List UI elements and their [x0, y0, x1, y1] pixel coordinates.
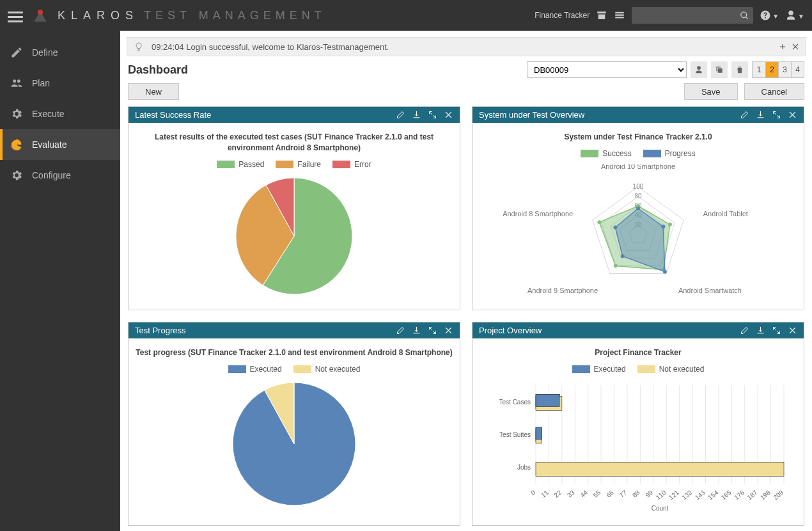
group-icon — [10, 77, 23, 90]
dashboard-select[interactable]: DB00009 — [527, 61, 687, 78]
notice-text: 09:24:04 Login successful, welcome to Kl… — [152, 42, 389, 52]
search-input[interactable] — [637, 10, 740, 20]
save-button[interactable]: Save — [684, 83, 738, 100]
close-icon[interactable] — [791, 42, 800, 51]
sidebar-item-label: Plan — [32, 78, 50, 88]
svg-text:Jobs: Jobs — [517, 464, 531, 471]
user-icon — [694, 65, 703, 74]
search-box[interactable] — [632, 7, 753, 24]
expand-icon[interactable] — [428, 110, 437, 120]
chart-legend: Success Progress — [479, 149, 797, 158]
close-icon[interactable] — [788, 110, 797, 120]
svg-text:55: 55 — [592, 488, 602, 498]
sidebar-item-label: Evaluate — [32, 139, 66, 150]
svg-text:165: 165 — [720, 488, 733, 500]
archive-icon[interactable] — [596, 10, 607, 21]
chart-legend: Executed Not executed — [135, 365, 453, 374]
chart-title: Test progress (SUT Finance Tracker 2.1.0… — [135, 347, 453, 358]
sidebar-item-plan[interactable]: Plan — [0, 68, 120, 99]
edit-icon[interactable] — [396, 110, 405, 120]
svg-rect-78 — [536, 462, 784, 476]
pie-chart — [217, 380, 371, 508]
expand-icon[interactable] — [772, 326, 781, 335]
svg-text:198: 198 — [759, 488, 772, 500]
download-icon[interactable] — [412, 110, 421, 120]
sidebar-item-evaluate[interactable]: Evaluate — [0, 129, 120, 160]
close-icon[interactable] — [444, 110, 453, 120]
page-4[interactable]: 4 — [791, 62, 804, 77]
chart-legend: Executed Not executed — [479, 365, 797, 374]
new-button[interactable]: New — [128, 83, 179, 100]
svg-text:187: 187 — [746, 488, 759, 500]
svg-text:176: 176 — [733, 488, 746, 500]
page-3[interactable]: 3 — [778, 62, 791, 77]
sidebar-item-define[interactable]: Define — [0, 37, 120, 68]
svg-point-24 — [661, 225, 665, 228]
gear-icon — [10, 107, 23, 120]
panel-title: Test Progress — [135, 326, 185, 335]
svg-text:132: 132 — [680, 488, 693, 500]
edit-icon — [10, 46, 23, 59]
main-content: 09:24:04 Login successful, welcome to Kl… — [120, 31, 812, 531]
svg-text:209: 209 — [772, 488, 785, 500]
context-name: Finance Tracker — [535, 11, 589, 20]
delete-button[interactable] — [731, 61, 748, 78]
chart-title: Latest results of the executed test case… — [135, 132, 453, 154]
edit-icon[interactable] — [740, 326, 749, 335]
sidebar-item-label: Define — [32, 47, 58, 58]
svg-text:Android 9 Smartphone: Android 9 Smartphone — [527, 286, 598, 294]
svg-text:44: 44 — [579, 488, 589, 498]
expand-icon[interactable] — [428, 326, 437, 335]
page-2[interactable]: 2 — [765, 62, 778, 77]
list-icon[interactable] — [614, 10, 625, 21]
layout-pager: 1 2 3 4 — [752, 61, 804, 78]
svg-text:110: 110 — [655, 488, 668, 500]
download-icon[interactable] — [756, 326, 765, 335]
download-icon[interactable] — [756, 110, 765, 120]
piechart-icon — [10, 138, 23, 151]
svg-text:99: 99 — [644, 488, 654, 498]
expand-icon[interactable] — [772, 110, 781, 120]
user-menu[interactable]: ▼ — [785, 10, 804, 21]
page-title: Dashboard — [128, 63, 188, 77]
svg-text:11: 11 — [540, 488, 550, 498]
page-1[interactable]: 1 — [753, 62, 765, 77]
sidebar-item-configure[interactable]: Configure — [0, 160, 120, 191]
close-icon[interactable] — [788, 326, 797, 335]
panel-test-progress: Test Progress Test progress (SUT Finance… — [128, 322, 460, 526]
svg-text:Test Cases: Test Cases — [499, 398, 531, 405]
help-menu[interactable]: ▼ — [760, 10, 779, 21]
edit-icon[interactable] — [396, 326, 405, 335]
chart-title: System under Test Finance Tracker 2.1.0 — [479, 132, 797, 143]
svg-text:154: 154 — [707, 488, 719, 500]
chart-legend: Passed Failure Error — [135, 160, 453, 169]
panel-success-rate: Latest Success Rate Latest results of th… — [128, 106, 460, 310]
sidebar-item-label: Configure — [32, 170, 71, 180]
app-subtitle: TEST MANAGEMENT — [144, 9, 326, 22]
svg-text:Test Suites: Test Suites — [499, 431, 531, 438]
svg-text:88: 88 — [631, 488, 641, 498]
svg-text:33: 33 — [566, 488, 576, 498]
svg-text:0: 0 — [529, 488, 537, 496]
search-icon[interactable] — [740, 11, 749, 20]
svg-text:66: 66 — [605, 488, 615, 498]
owner-button[interactable] — [691, 61, 707, 78]
plus-icon[interactable] — [778, 42, 787, 51]
cog-icon — [10, 169, 23, 182]
cancel-button[interactable]: Cancel — [744, 83, 804, 100]
close-icon[interactable] — [444, 326, 453, 335]
svg-point-20 — [614, 264, 618, 267]
sidebar-item-execute[interactable]: Execute — [0, 99, 120, 129]
chart-title: Project Finance Tracker — [479, 347, 797, 358]
download-icon[interactable] — [412, 326, 421, 335]
svg-text:Android 10 Smartphone: Android 10 Smartphone — [601, 164, 675, 170]
svg-text:143: 143 — [694, 488, 707, 500]
copy-button[interactable] — [711, 61, 728, 78]
menu-toggle-icon[interactable] — [8, 9, 23, 22]
svg-point-25 — [663, 269, 667, 273]
edit-icon[interactable] — [740, 110, 749, 120]
svg-text:Android Smartwatch: Android Smartwatch — [678, 286, 742, 294]
svg-point-21 — [597, 220, 601, 224]
notice-bar: 09:24:04 Login successful, welcome to Kl… — [127, 37, 806, 56]
topbar: KLAROS TEST MANAGEMENT Finance Tracker ▼… — [0, 0, 812, 31]
